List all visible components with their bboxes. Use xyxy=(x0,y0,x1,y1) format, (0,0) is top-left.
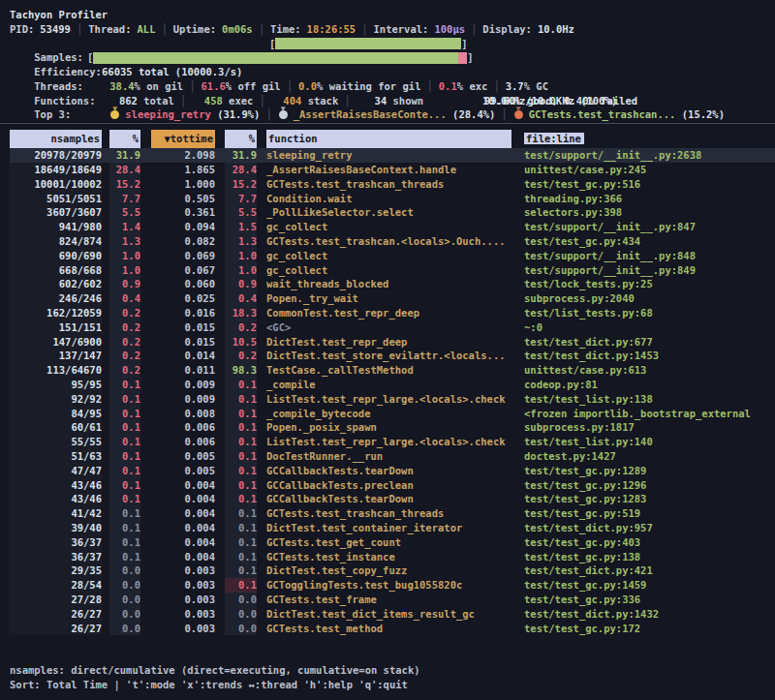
table-row[interactable]: 20978/2097931.92.09831.9sleeping_retryte… xyxy=(10,148,775,163)
cell-nsamples: 824/874 xyxy=(10,234,102,249)
table-row[interactable]: 60/610.10.0060.1Popen._posix_spawnsubpro… xyxy=(10,420,775,435)
cell-function: DictTest.test_store_evilattr.<locals... xyxy=(266,349,512,363)
cell-tottime: 0.025 xyxy=(151,291,215,306)
table-row[interactable]: 10001/1000215.21.00015.2GCTests.test_tra… xyxy=(10,177,775,192)
cell-pct-direct: 31.9 xyxy=(109,148,140,163)
column-header-nsamples[interactable]: nsamples xyxy=(10,130,102,148)
cell-pct-cumulative: 0.1 xyxy=(225,407,257,421)
cell-pct-direct: 1.3 xyxy=(109,234,140,249)
cell-pct-cumulative: 0.1 xyxy=(225,521,257,535)
cell-fileline: selectors.py:398 xyxy=(524,205,775,220)
column-header-pct-cumulative[interactable]: % xyxy=(225,130,257,148)
table-row[interactable]: 43/460.10.0040.1GCCallbackTests.preclean… xyxy=(10,478,775,493)
column-header-fileline[interactable]: file:line xyxy=(524,130,775,148)
cell-fileline: test/test_gc.py:516 xyxy=(524,177,775,192)
cell-fileline: test/test_gc.py:172 xyxy=(524,622,775,636)
table-row[interactable]: 668/6681.00.0671.0gc_collecttest/support… xyxy=(10,263,775,278)
table-row[interactable]: 43/460.10.0040.1GCCallbackTests.tearDown… xyxy=(10,492,775,506)
table-row[interactable]: 55/550.10.0060.1ListTest.test_repr_large… xyxy=(10,435,775,449)
stat-value: 53499 xyxy=(40,23,71,35)
table-row[interactable]: 824/8741.30.0821.3GCTests.test_trashcan.… xyxy=(10,234,775,249)
cell-function: sleeping_retry xyxy=(266,148,512,163)
cell-pct-cumulative: 0.1 xyxy=(225,535,257,550)
cell-pct-direct: 0.1 xyxy=(109,435,140,449)
table-row[interactable]: 29/350.00.0030.1DictTest.test_copy_fuzzt… xyxy=(10,563,775,578)
table-row[interactable]: 26/270.00.0030.0DictTest.test_dict_items… xyxy=(10,607,775,622)
table-row[interactable]: 92/920.10.0090.1ListTest.test_repr_large… xyxy=(10,392,775,407)
samples-bar-fill xyxy=(275,38,461,49)
divider-icon xyxy=(77,23,82,35)
cell-nsamples: 5051/5051 xyxy=(10,192,102,206)
cell-fileline: test/list_tests.py:68 xyxy=(524,306,775,320)
cell-tottime: 1.865 xyxy=(151,163,215,177)
cell-pct-cumulative: 0.1 xyxy=(225,550,257,564)
cell-nsamples: 151/151 xyxy=(10,320,102,335)
table-row[interactable]: 27/280.00.0030.0GCTests.test_frametest/t… xyxy=(10,593,775,607)
divider-icon xyxy=(259,23,264,35)
cell-fileline: subprocess.py:2040 xyxy=(524,291,775,306)
efficiency-bar-good xyxy=(93,52,458,64)
stat-value: 0m06s xyxy=(222,23,253,35)
stat-label: Display: xyxy=(482,23,532,35)
cell-fileline: doctest.py:1427 xyxy=(524,449,775,464)
table-row[interactable]: 36/370.10.0040.1GCTests.test_get_countte… xyxy=(10,535,775,550)
cell-pct-cumulative: 0.0 xyxy=(225,622,257,636)
profiler-screen: Tachyon Profiler PID:53499Thread:ALLUpti… xyxy=(0,0,775,700)
footer-legend: nsamples: direct/cumulative (direct=exec… xyxy=(10,663,775,678)
app-title: Tachyon Profiler xyxy=(10,8,775,22)
cell-pct-direct: 0.1 xyxy=(109,378,140,392)
stat-time: Time:18:26:55 xyxy=(270,23,356,35)
table-row[interactable]: 3607/36075.50.3615.5_PollLikeSelector.se… xyxy=(10,205,775,220)
cell-pct-direct: 0.0 xyxy=(109,622,140,636)
cell-tottime: 0.094 xyxy=(151,220,215,234)
cell-tottime: 0.004 xyxy=(151,478,215,493)
cell-tottime: 0.004 xyxy=(151,521,215,535)
table-row[interactable]: 162/120590.20.01618.3CommonTest.test_rep… xyxy=(10,306,775,320)
table-row[interactable]: 690/6901.00.0691.0gc_collecttest/support… xyxy=(10,249,775,263)
cell-pct-direct: 0.1 xyxy=(109,464,140,478)
cell-function: _AssertRaisesBaseContext.handle xyxy=(266,163,512,177)
table-row[interactable]: 84/950.10.0080.1_compile_bytecode<frozen… xyxy=(10,407,775,421)
table-row[interactable]: 36/370.10.0040.1GCTests.test_instancetes… xyxy=(10,550,775,564)
table-row[interactable]: 5051/50517.70.5057.7Condition.waitthread… xyxy=(10,192,775,206)
cell-nsamples: 162/12059 xyxy=(10,306,102,320)
cell-function: Popen._posix_spawn xyxy=(266,420,512,435)
cell-tottime: 0.008 xyxy=(151,407,215,421)
bronze-medal-icon xyxy=(514,110,523,119)
table-row[interactable]: 137/1470.20.0140.2DictTest.test_store_ev… xyxy=(10,349,775,363)
cell-tottime: 0.003 xyxy=(151,593,215,607)
cell-nsamples: 941/980 xyxy=(10,220,102,234)
cell-pct-direct: 0.0 xyxy=(109,607,140,622)
cell-pct-cumulative: 0.2 xyxy=(225,320,257,335)
column-header-function[interactable]: function xyxy=(266,130,512,148)
table-row[interactable]: 41/420.10.0040.1GCTests.test_trashcan_th… xyxy=(10,506,775,521)
cell-pct-cumulative: 1.3 xyxy=(225,234,257,249)
function-table: nsamples % ▼tottime % function file:line… xyxy=(10,130,775,635)
table-row[interactable]: 95/950.10.0090.1_compilecodeop.py:81 xyxy=(10,378,775,392)
cell-pct-cumulative: 1.0 xyxy=(225,249,257,263)
column-header-pct-direct[interactable]: % xyxy=(109,130,140,148)
table-row[interactable]: 51/630.10.0050.1DocTestRunner.__rundocte… xyxy=(10,449,775,464)
table-row[interactable]: 246/2460.40.0250.4Popen._try_waitsubproc… xyxy=(10,291,775,306)
table-row[interactable]: 28/540.00.0030.1GCTogglingTests.test_bug… xyxy=(10,578,775,593)
table-row[interactable]: 47/470.10.0050.1GCCallbackTests.tearDown… xyxy=(10,464,775,478)
top-function-pct: (28.4%) xyxy=(452,108,495,120)
cell-nsamples: 147/6900 xyxy=(10,335,102,350)
cell-nsamples: 92/92 xyxy=(10,392,102,407)
table-row[interactable]: 113/646700.20.01198.3TestCase._callTestM… xyxy=(10,363,775,378)
cell-function: DictTest.test_dict_items_result_gc xyxy=(266,607,512,622)
table-row[interactable]: 18649/1864928.41.86528.4_AssertRaisesBas… xyxy=(10,163,775,177)
samples-bar-track xyxy=(275,38,461,49)
table-row[interactable]: 941/9801.40.0941.5gc_collecttest/support… xyxy=(10,220,775,234)
cell-fileline: threading.py:366 xyxy=(524,192,775,206)
top-function-pct: (31.9%) xyxy=(217,108,260,120)
cell-nsamples: 26/27 xyxy=(10,622,102,636)
table-row[interactable]: 39/400.10.0040.1DictTest.test_container_… xyxy=(10,521,775,535)
table-row[interactable]: 151/1510.20.0150.2<GC>~:0 xyxy=(10,320,775,335)
cell-pct-direct: 0.2 xyxy=(109,335,140,350)
column-header-tottime-sorted[interactable]: ▼tottime xyxy=(151,130,215,148)
table-row[interactable]: 147/69000.20.01510.5DictTest.test_repr_d… xyxy=(10,335,775,350)
cell-fileline: test/test_gc.py:1296 xyxy=(524,478,775,493)
table-row[interactable]: 26/270.00.0030.0GCTests.test_methodtest/… xyxy=(10,622,775,636)
table-row[interactable]: 602/6020.90.0600.9wait_threads_blockedte… xyxy=(10,277,775,291)
